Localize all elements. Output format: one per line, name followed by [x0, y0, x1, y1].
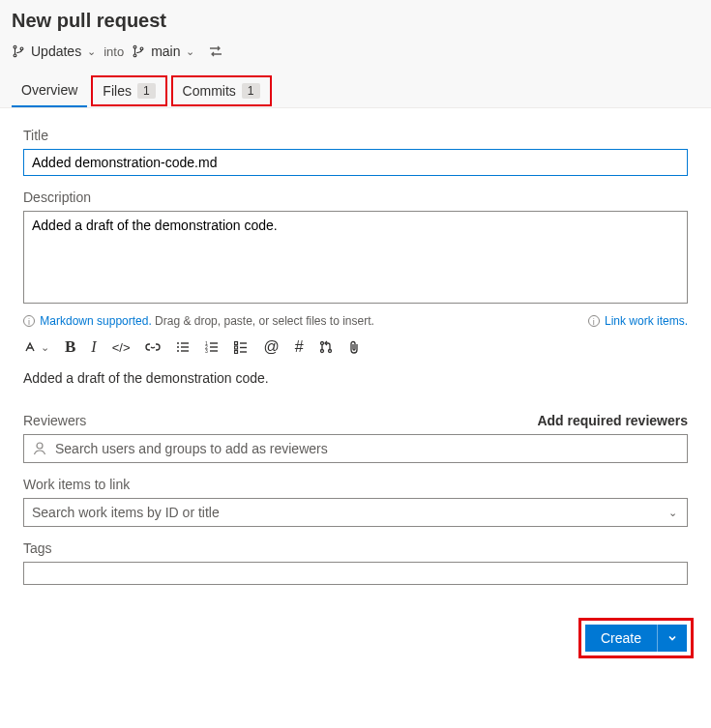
tags-input[interactable]	[23, 562, 688, 585]
info-icon: i	[23, 315, 35, 327]
work-items-picker[interactable]: Search work items by ID or title ⌄	[23, 498, 688, 527]
chevron-down-icon	[667, 633, 677, 643]
editor-toolbar: ⌄ B I </> 123 @ #	[23, 337, 688, 357]
svg-rect-23	[240, 351, 247, 352]
add-required-reviewers-button[interactable]: Add required reviewers	[537, 413, 688, 428]
bold-button[interactable]: B	[65, 337, 75, 357]
link-work-items-link[interactable]: Link work items.	[605, 314, 688, 328]
link-button[interactable]	[145, 340, 161, 354]
page-title: New pull request	[12, 0, 699, 40]
footer-actions: Create	[0, 604, 711, 676]
svg-point-10	[177, 350, 179, 352]
italic-button[interactable]: I	[91, 338, 96, 356]
svg-point-4	[133, 54, 136, 57]
svg-point-5	[140, 47, 143, 50]
checklist-button[interactable]	[234, 340, 248, 354]
svg-point-6	[177, 342, 179, 344]
chevron-down-icon: ⌄	[87, 45, 96, 58]
description-input[interactable]	[23, 211, 688, 304]
svg-rect-9	[181, 346, 189, 347]
header-region: New pull request Updates ⌄ into main ⌄	[0, 0, 711, 107]
form-area: Title Description i Markdown supported. …	[0, 107, 711, 600]
chevron-down-icon: ⌄	[668, 507, 677, 519]
tab-files[interactable]: Files 1	[91, 75, 166, 106]
svg-text:3: 3	[205, 348, 208, 354]
tab-badge: 1	[137, 83, 156, 99]
code-button[interactable]: </>	[112, 340, 131, 355]
reviewers-picker[interactable]: Search users and groups to add as review…	[23, 434, 688, 463]
svg-rect-14	[210, 350, 218, 351]
svg-point-0	[14, 45, 16, 48]
svg-rect-13	[210, 346, 218, 347]
swap-branches-button[interactable]	[202, 44, 229, 58]
markdown-supported-link[interactable]: Markdown supported.	[40, 314, 151, 328]
tags-label: Tags	[23, 540, 688, 556]
svg-point-8	[177, 346, 179, 348]
work-items-placeholder: Search work items by ID or title	[32, 505, 679, 520]
branch-icon	[132, 44, 145, 58]
title-label: Title	[23, 128, 688, 143]
attachment-button[interactable]	[348, 340, 360, 355]
tab-label: Files	[103, 83, 132, 99]
create-highlight: Create	[578, 618, 694, 658]
description-label: Description	[23, 189, 688, 205]
create-dropdown-button[interactable]	[657, 625, 687, 652]
svg-point-24	[320, 342, 323, 345]
tab-overview[interactable]: Overview	[12, 74, 87, 107]
tab-badge: 1	[242, 83, 260, 99]
svg-point-2	[20, 47, 23, 50]
tab-label: Commits	[183, 83, 236, 99]
source-branch-name: Updates	[31, 44, 81, 59]
svg-rect-21	[240, 347, 247, 348]
work-items-label: Work items to link	[23, 477, 688, 492]
reviewers-label: Reviewers	[23, 413, 86, 428]
svg-point-3	[133, 45, 136, 48]
chevron-down-icon: ⌄	[41, 341, 49, 354]
description-preview: Added a draft of the demonstration code.	[23, 370, 688, 386]
branch-selector-row: Updates ⌄ into main ⌄	[12, 40, 699, 67]
pull-request-button[interactable]	[319, 340, 333, 354]
markdown-hint-row: i Markdown supported. Drag & drop, paste…	[23, 314, 688, 328]
bullet-list-button[interactable]	[176, 340, 190, 354]
target-branch-name: main	[151, 44, 180, 59]
svg-point-26	[328, 350, 331, 353]
create-button[interactable]: Create	[585, 625, 657, 652]
info-icon: i	[588, 315, 600, 327]
branch-icon	[12, 44, 25, 58]
tab-label: Overview	[21, 82, 77, 98]
reviewers-placeholder: Search users and groups to add as review…	[55, 441, 679, 456]
svg-rect-12	[210, 342, 218, 343]
into-label: into	[104, 44, 124, 59]
svg-point-1	[14, 54, 16, 57]
svg-rect-11	[181, 350, 189, 351]
mention-button[interactable]: @	[263, 338, 279, 356]
tab-bar: Overview Files 1 Commits 1	[12, 67, 699, 107]
svg-rect-20	[235, 346, 238, 349]
hashtag-button[interactable]: #	[295, 338, 304, 356]
title-input[interactable]	[23, 149, 688, 176]
svg-rect-22	[235, 351, 238, 354]
numbered-list-button[interactable]: 123	[205, 340, 219, 354]
tab-commits[interactable]: Commits 1	[171, 75, 272, 106]
svg-point-25	[320, 350, 323, 353]
target-branch-picker[interactable]: main ⌄	[132, 44, 194, 59]
markdown-hint-text: Drag & drop, paste, or select files to i…	[155, 314, 374, 328]
heading-dropdown[interactable]: ⌄	[23, 340, 49, 354]
person-icon	[32, 441, 47, 456]
svg-rect-19	[240, 342, 247, 343]
source-branch-picker[interactable]: Updates ⌄	[12, 44, 96, 59]
svg-rect-7	[181, 342, 189, 343]
reviewers-header: Reviewers Add required reviewers	[23, 413, 688, 428]
svg-point-27	[37, 443, 43, 449]
chevron-down-icon: ⌄	[186, 45, 194, 58]
create-button-label: Create	[601, 630, 641, 646]
svg-rect-18	[235, 342, 238, 345]
